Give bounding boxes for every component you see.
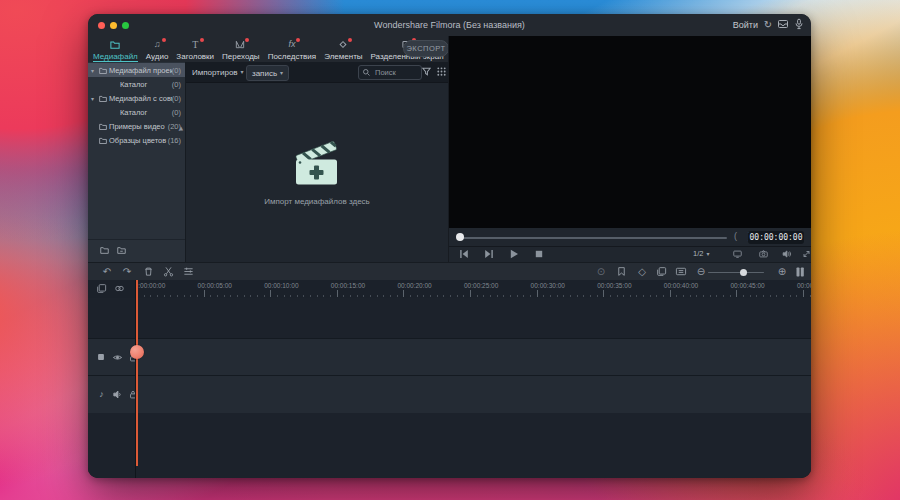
titlebar: Wondershare Filmora (Без названия) Войти… xyxy=(88,14,811,36)
record-dropdown[interactable]: запись ▾ xyxy=(246,65,289,81)
split-scissors-icon[interactable] xyxy=(163,266,175,278)
media-sidebar: ▾ Медиафайл проекта (0) Каталог (0) ▾ Ме… xyxy=(88,62,186,262)
track-manager-icon[interactable] xyxy=(183,266,195,278)
stop-button[interactable] xyxy=(534,249,545,259)
fx-effects-icon: fx xyxy=(285,39,298,51)
ruler-timestamp: 00:00:40:00 xyxy=(664,282,698,289)
preview-panel: ( ) 00:00:00:00 1/2 ▾ xyxy=(448,36,811,262)
video-track[interactable] xyxy=(88,338,811,377)
zoom-level-value: 1/2 xyxy=(693,249,703,258)
media-panel: Импортиров ▾ запись ▾ xyxy=(186,62,448,262)
sidebar-item[interactable]: Каталог (0) xyxy=(88,105,185,119)
track-height-icon[interactable] xyxy=(794,266,806,278)
marker-icon[interactable] xyxy=(616,266,628,278)
sync-icon[interactable]: ↻ xyxy=(761,18,775,32)
timeline-ruler[interactable]: 00:00:00:0000:00:05:0000:00:10:0000:00:1… xyxy=(88,280,811,299)
next-frame-button[interactable] xyxy=(484,249,495,259)
seek-bar[interactable] xyxy=(459,237,727,239)
add-folder-icon[interactable] xyxy=(99,245,110,255)
expand-arrow-icon[interactable]: ▾ xyxy=(91,67,98,74)
tabbar: Медиафайл ♫ Аудио T Заголовки Переходы xyxy=(88,36,448,63)
audio-track[interactable]: ♪ xyxy=(88,375,811,414)
import-hint-text: Импорт медиафайлов здесь xyxy=(264,197,370,206)
tab-effects[interactable]: fx Последствия xyxy=(268,36,317,61)
tray-icon[interactable] xyxy=(777,18,791,32)
media-panel-header: Импортиров ▾ запись ▾ xyxy=(186,62,448,83)
folder-icon xyxy=(98,136,109,145)
sidebar-item[interactable]: Каталог (0) xyxy=(88,77,185,91)
copy-icon[interactable] xyxy=(96,283,107,294)
timeline-zoom-slider[interactable] xyxy=(708,272,764,274)
timeline-toolbar: ↶ ↷ ⊙ ◇ ⊖ ⊕ xyxy=(88,262,811,282)
tab-label: Медиафайл xyxy=(93,52,138,61)
transport-row: 1/2 ▾ xyxy=(449,246,811,262)
previous-frame-button[interactable] xyxy=(459,249,470,259)
preview-screen xyxy=(449,36,811,228)
delete-folder-icon[interactable] xyxy=(116,245,127,255)
sidebar-footer xyxy=(88,239,185,262)
sidebar-list: ▾ Медиафайл проекта (0) Каталог (0) ▾ Ме… xyxy=(88,62,185,147)
eye-visibility-icon[interactable] xyxy=(112,352,123,363)
play-button[interactable] xyxy=(509,249,520,259)
playhead[interactable] xyxy=(136,280,138,466)
notification-badge xyxy=(245,38,249,42)
timeline-empty-lower[interactable] xyxy=(88,413,811,478)
voiceover-record-icon[interactable]: ⊙ xyxy=(595,266,607,278)
timecode-display: 00:00:00:00 xyxy=(748,231,804,244)
zoom-in-icon[interactable]: ⊕ xyxy=(776,266,788,278)
dual-monitor-icon[interactable] xyxy=(732,249,743,259)
keyframe-icon[interactable]: ◇ xyxy=(636,266,648,278)
sidebar-item[interactable]: Примеры видео (20) xyxy=(88,119,185,133)
tab-label: Заголовки xyxy=(176,52,214,61)
sidebar-collapse-icon[interactable]: ◂ xyxy=(177,126,186,130)
timeline-empty-upper[interactable] xyxy=(88,298,811,338)
search-box[interactable] xyxy=(358,65,422,80)
microphone-icon[interactable] xyxy=(793,18,807,32)
undo-icon[interactable]: ↶ xyxy=(101,266,113,278)
sidebar-item-label: Каталог xyxy=(120,108,172,117)
search-icon xyxy=(362,68,371,77)
zoom-out-icon[interactable]: ⊖ xyxy=(695,266,707,278)
playhead-badge[interactable] xyxy=(130,345,144,359)
sidebar-item[interactable]: ▾ Медиафайл с совме... (0) xyxy=(88,91,185,105)
link-icon[interactable] xyxy=(114,283,125,294)
login-button[interactable]: Войти xyxy=(733,20,758,30)
tab-label: Аудио xyxy=(146,52,169,61)
mark-in-icon[interactable]: ( xyxy=(734,231,737,241)
tab-elements[interactable]: Элементы xyxy=(324,36,362,61)
sidebar-item[interactable]: ▾ Медиафайл проекта (0) xyxy=(88,63,185,77)
timeline-zoom-handle[interactable] xyxy=(740,269,747,276)
redo-icon[interactable]: ↷ xyxy=(121,266,133,278)
import-dropdown[interactable]: Импортиров ▾ xyxy=(192,65,244,79)
render-preview-icon[interactable] xyxy=(656,266,668,278)
folder-icon xyxy=(98,66,109,75)
snapshot-camera-icon[interactable] xyxy=(758,249,769,259)
import-media-dropzone[interactable]: Импорт медиафайлов здесь xyxy=(186,82,448,262)
sidebar-item-label: Примеры видео xyxy=(109,122,168,131)
tab-titles[interactable]: T Заголовки xyxy=(176,36,214,61)
sidebar-item[interactable]: Образцы цветов (16) xyxy=(88,133,185,147)
mixer-icon[interactable] xyxy=(675,266,687,278)
preview-zoom-select[interactable]: 1/2 ▾ xyxy=(693,249,709,258)
ruler-timestamp: 00:00:00:00 xyxy=(135,282,165,289)
export-button[interactable]: ЭКСПОРТ xyxy=(403,40,449,57)
music-note-icon: ♪ xyxy=(96,389,107,400)
expand-arrow-icon[interactable]: ▾ xyxy=(91,95,98,102)
ruler-timestamp: 00:00:15:00 xyxy=(331,282,365,289)
delete-icon[interactable] xyxy=(143,266,155,278)
search-input[interactable] xyxy=(373,67,419,78)
tab-audio[interactable]: ♫ Аудио xyxy=(146,36,169,61)
elements-icon xyxy=(337,39,350,51)
mute-speaker-icon[interactable] xyxy=(112,389,123,400)
record-label: запись xyxy=(252,69,277,78)
filter-icon[interactable] xyxy=(421,66,433,78)
volume-icon[interactable] xyxy=(781,249,792,259)
fullscreen-icon[interactable] xyxy=(801,249,811,259)
filmora-window: Wondershare Filmora (Без названия) Войти… xyxy=(88,14,811,478)
seek-handle[interactable] xyxy=(456,233,464,241)
sidebar-item-label: Образцы цветов xyxy=(109,136,168,145)
ruler-timestamp: 00:00:25:00 xyxy=(464,282,498,289)
tab-transitions[interactable]: Переходы xyxy=(222,36,260,61)
tab-media[interactable]: Медиафайл xyxy=(93,36,138,61)
grid-view-icon[interactable] xyxy=(436,66,448,78)
